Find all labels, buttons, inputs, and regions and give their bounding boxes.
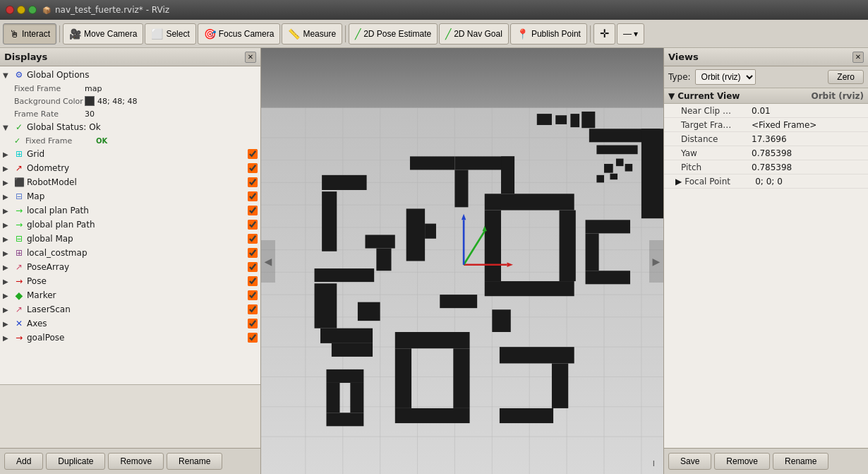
- publish-point-button[interactable]: 📍 Publish Point: [510, 23, 587, 45]
- local-costmap-arrow[interactable]: ▶: [3, 249, 13, 257]
- global-status-arrow[interactable]: ▼: [3, 124, 13, 131]
- pose-estimate-button[interactable]: ╱ 2D Pose Estimate: [349, 23, 438, 45]
- views-tree: ▼ Current View Orbit (rviz) Near Clip … …: [664, 88, 868, 448]
- toolbar-separator-2: [345, 25, 346, 42]
- goal-pose-arrow[interactable]: ▶: [3, 334, 13, 342]
- global-plan-checkbox[interactable]: [248, 220, 258, 230]
- views-save-button[interactable]: Save: [668, 453, 711, 470]
- odometry-icon: ↗: [13, 162, 25, 174]
- sidebar-item-global-plan[interactable]: ▶ → global plan Path: [0, 218, 260, 232]
- pitch-label: Pitch: [681, 162, 752, 172]
- app-icon: 📦: [42, 6, 51, 14]
- global-options-arrow[interactable]: ▼: [3, 71, 13, 79]
- grid-label: Grid: [27, 149, 245, 159]
- grid-checkbox[interactable]: [248, 149, 258, 159]
- map-arrow[interactable]: ▶: [3, 193, 13, 201]
- window-controls[interactable]: [6, 6, 37, 14]
- sidebar-item-laser-scan[interactable]: ▶ ↗ LaserScan: [0, 302, 260, 316]
- sidebar-item-global-map[interactable]: ▶ ⊟ global Map: [0, 232, 260, 246]
- global-map-checkbox[interactable]: [248, 234, 258, 244]
- focal-point-arrow[interactable]: ▶: [675, 177, 682, 186]
- views-zero-button[interactable]: Zero: [828, 70, 864, 84]
- svg-rect-59: [358, 302, 380, 321]
- sidebar-item-local-costmap[interactable]: ▶ ⊞ local_costmap: [0, 246, 260, 260]
- fixed-frame-row: Fixed Frame map: [0, 82, 260, 95]
- more-button[interactable]: — ▾: [617, 23, 644, 45]
- minimize-button[interactable]: [17, 6, 25, 14]
- pose-arrow[interactable]: ▶: [3, 278, 13, 285]
- laser-scan-arrow[interactable]: ▶: [3, 306, 13, 314]
- current-view-type: Orbit (rviz): [811, 91, 864, 101]
- sidebar-item-axes[interactable]: ▶ ✕ Axes: [0, 316, 260, 331]
- svg-rect-28: [570, 114, 579, 127]
- duplicate-button[interactable]: Duplicate: [46, 453, 105, 470]
- remove-button[interactable]: Remove: [108, 453, 164, 470]
- laser-scan-checkbox[interactable]: [248, 304, 258, 314]
- sidebar-item-global-status[interactable]: ▼ ✓ Global Status: Ok: [0, 120, 260, 134]
- measure-button[interactable]: 📏 Measure: [282, 23, 342, 45]
- sidebar-item-grid[interactable]: ▶ ⊞ Grid: [0, 147, 260, 161]
- viewport-panel: ◀ ▶ I: [261, 48, 663, 474]
- pose-checkbox[interactable]: [248, 276, 258, 286]
- background-color-label: Background Color: [14, 97, 85, 106]
- pose-array-checkbox[interactable]: [248, 262, 258, 272]
- sidebar-item-odometry[interactable]: ▶ ↗ Odometry: [0, 161, 260, 175]
- pose-array-arrow[interactable]: ▶: [3, 263, 13, 271]
- global-plan-arrow[interactable]: ▶: [3, 221, 13, 229]
- svg-rect-33: [322, 175, 366, 190]
- sidebar-item-goal-pose[interactable]: ▶ → goalPose: [0, 331, 260, 345]
- sidebar-item-robot-model[interactable]: ▶ ⬛ RobotModel: [0, 175, 260, 189]
- displays-close-button[interactable]: ✕: [245, 52, 256, 63]
- goal-pose-checkbox[interactable]: [248, 333, 258, 343]
- marker-arrow[interactable]: ▶: [3, 292, 13, 300]
- displays-tree[interactable]: ▼ ⚙ Global Options Fixed Frame map Backg…: [0, 66, 260, 384]
- axes-checkbox[interactable]: [248, 319, 258, 328]
- nav-left-arrow[interactable]: ◀: [261, 240, 275, 283]
- robot-model-arrow[interactable]: ▶: [3, 179, 13, 186]
- close-button[interactable]: [6, 6, 14, 14]
- map-label: Map: [27, 191, 245, 201]
- views-type-select[interactable]: Orbit (rviz): [695, 69, 756, 85]
- rename-button[interactable]: Rename: [167, 453, 222, 470]
- move-camera-button[interactable]: 🎥 Move Camera: [63, 23, 143, 45]
- odometry-checkbox[interactable]: [248, 163, 258, 173]
- sidebar-item-pose-array[interactable]: ▶ ↗ PoseArray: [0, 260, 260, 274]
- views-remove-button[interactable]: Remove: [714, 453, 770, 470]
- pitch-row: Pitch 0.785398: [664, 160, 868, 174]
- global-map-arrow[interactable]: ▶: [3, 235, 13, 243]
- extra-button[interactable]: ✛: [593, 23, 615, 45]
- marker-checkbox[interactable]: [248, 290, 258, 300]
- add-button[interactable]: Add: [4, 453, 43, 470]
- nav-goal-button[interactable]: ╱ 2D Nav Goal: [439, 23, 509, 45]
- local-costmap-checkbox[interactable]: [248, 248, 258, 258]
- current-view-arrow[interactable]: ▼: [668, 91, 675, 101]
- interact-button[interactable]: 🖱 Interact: [3, 23, 56, 45]
- pitch-value: 0.785398: [752, 162, 864, 172]
- sidebar-item-map[interactable]: ▶ ⊟ Map: [0, 189, 260, 203]
- map-checkbox[interactable]: [248, 191, 258, 201]
- views-close-button[interactable]: ✕: [852, 52, 864, 63]
- current-view-header[interactable]: ▼ Current View Orbit (rviz): [664, 88, 868, 104]
- sidebar-item-global-options[interactable]: ▼ ⚙ Global Options: [0, 68, 260, 82]
- local-costmap-icon: ⊞: [13, 247, 25, 259]
- sidebar-item-marker[interactable]: ▶ ◆ Marker: [0, 288, 260, 302]
- robot-model-checkbox[interactable]: [248, 177, 258, 187]
- focal-point-row[interactable]: ▶ Focal Point 0; 0; 0: [664, 174, 868, 189]
- focus-camera-button[interactable]: 🎯 Focus Camera: [198, 23, 281, 45]
- local-plan-arrow[interactable]: ▶: [3, 207, 13, 215]
- sidebar-item-local-plan[interactable]: ▶ → local plan Path: [0, 203, 260, 218]
- local-plan-checkbox[interactable]: [248, 206, 258, 215]
- select-button[interactable]: ⬜ Select: [145, 23, 195, 45]
- nav-goal-icon: ╱: [445, 28, 451, 40]
- svg-rect-52: [395, 408, 470, 423]
- sidebar-item-pose[interactable]: ▶ → Pose: [0, 274, 260, 288]
- 3d-viewport[interactable]: ◀ ▶ I: [261, 48, 663, 474]
- svg-rect-42: [425, 224, 436, 239]
- axes-arrow[interactable]: ▶: [3, 320, 13, 328]
- views-rename-button[interactable]: Rename: [773, 453, 828, 470]
- publish-label: Publish Point: [531, 29, 581, 39]
- odometry-arrow[interactable]: ▶: [3, 165, 13, 172]
- maximize-button[interactable]: [28, 6, 37, 14]
- grid-arrow[interactable]: ▶: [3, 150, 13, 158]
- nav-right-arrow[interactable]: ▶: [649, 240, 663, 283]
